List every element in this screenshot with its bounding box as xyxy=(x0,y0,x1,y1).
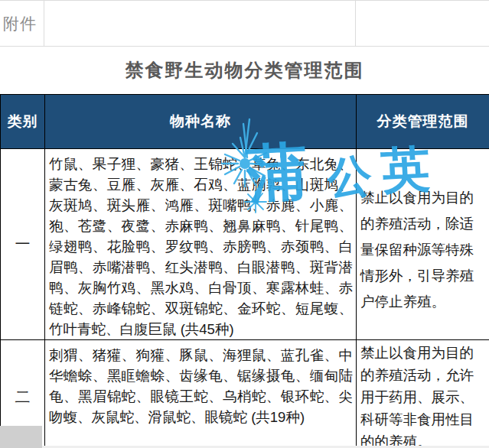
bottom-left-gray-artifact xyxy=(0,426,42,448)
column-header-scope: 分类管理范围 xyxy=(357,95,489,149)
attachment-empty-cell xyxy=(356,1,489,46)
management-scope-cell: 禁止以食用为目的的养殖活动，除适量保留种源等特殊情形外，引导养殖户停止养殖。 xyxy=(357,149,489,340)
species-list-cell: 刺猬、猪獾、狗獾、豚鼠、海狸鼠、蓝孔雀、中华蟾蜍、黑眶蟾蜍、齿缘龟、锯缘摄龟、缅… xyxy=(45,340,357,448)
category-cell: 一 xyxy=(1,149,45,340)
management-scope-cell: 禁止以食用为目的的养殖活动，允许用于药用、展示、科研等非食用性目的的养殖。 xyxy=(357,340,489,448)
attachment-empty-cell xyxy=(44,1,356,46)
table-row-category-2: 二 刺猬、猪獾、狗獾、豚鼠、海狸鼠、蓝孔雀、中华蟾蜍、黑眶蟾蜍、齿缘龟、锯缘摄龟… xyxy=(1,340,489,448)
species-list-cell: 竹鼠、果子狸、豪猪、王锦蛇、草兔、东北兔、蒙古兔、豆雁、灰雁、石鸡、蓝胸鹑、山斑… xyxy=(45,149,357,340)
classification-table: 类别 物种名称 分类管理范围 一 竹鼠、果子狸、豪猪、王锦蛇、草兔、东北兔、蒙古… xyxy=(0,94,489,448)
page-title: 禁食野生动物分类管理范围 xyxy=(126,58,364,83)
attachment-row: 附件 xyxy=(0,0,489,47)
attachment-label-cell: 附件 xyxy=(0,1,44,46)
column-header-category: 类别 xyxy=(1,95,45,149)
table-row-category-1: 一 竹鼠、果子狸、豪猪、王锦蛇、草兔、东北兔、蒙古兔、豆雁、灰雁、石鸡、蓝胸鹑、… xyxy=(1,149,489,340)
attachment-label: 附件 xyxy=(3,13,37,34)
column-header-species: 物种名称 xyxy=(45,95,357,149)
table-header-row: 类别 物种名称 分类管理范围 xyxy=(1,95,489,149)
document-page: 附件 禁食野生动物分类管理范围 类别 物种名称 分类管理范围 一 竹鼠、果子狸、… xyxy=(0,0,489,448)
title-row: 禁食野生动物分类管理范围 xyxy=(0,47,489,94)
